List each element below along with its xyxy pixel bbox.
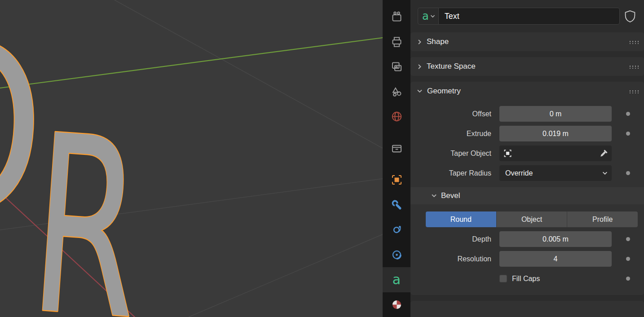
font-data-icon: a — [393, 273, 401, 286]
keyframe-dot[interactable] — [626, 171, 630, 175]
tab-object-properties[interactable] — [383, 167, 410, 193]
chevron-down-icon — [431, 193, 437, 198]
resolution-field[interactable]: 4 — [499, 251, 612, 267]
datablock-type-button[interactable]: a — [418, 8, 438, 25]
material-sphere-icon — [391, 299, 403, 311]
taper-object-row: Taper Object — [410, 145, 644, 161]
tab-constraint-properties[interactable] — [383, 242, 410, 268]
depth-field[interactable]: 0.005 m — [499, 231, 612, 247]
constraints-icon — [391, 249, 403, 261]
taper-radius-value: Override — [503, 169, 602, 177]
tab-material-properties[interactable] — [383, 292, 410, 317]
keyframe-dot[interactable] — [626, 112, 630, 116]
datablock-name-input[interactable] — [438, 8, 620, 25]
chevron-down-icon — [417, 88, 423, 94]
tab-object-data-properties[interactable]: a — [383, 267, 410, 292]
tab-collection-properties[interactable] — [383, 136, 410, 161]
blender-window: O R — [0, 0, 644, 317]
world-globe-icon — [391, 110, 403, 123]
taper-radius-dropdown[interactable]: Override — [499, 165, 612, 181]
tab-scene-properties[interactable] — [383, 79, 410, 105]
fill-caps-label: Fill Caps — [512, 275, 540, 283]
offset-value: 0 m — [550, 110, 562, 118]
properties-tab-bar: a — [383, 0, 410, 317]
collection-box-icon — [391, 142, 403, 154]
offset-label: Offset — [410, 110, 499, 118]
panel-bevel-title: Bevel — [441, 191, 644, 200]
font-data-icon: a — [422, 11, 429, 22]
panel-shape-header[interactable]: Shape — [410, 32, 644, 51]
panel-next-stub[interactable] — [410, 301, 644, 317]
fill-caps-row: Fill Caps — [410, 271, 644, 286]
bevel-mode-segmented: Round Object Profile — [426, 211, 638, 227]
text-letter-right[interactable]: R — [24, 82, 149, 317]
panel-drag-grip[interactable] — [628, 65, 639, 69]
tab-output-properties[interactable] — [383, 30, 410, 55]
fill-caps-control: Fill Caps — [499, 275, 612, 283]
depth-value: 0.005 m — [543, 235, 569, 243]
taper-radius-row: Taper Radius Override — [410, 165, 644, 181]
panel-geometry-title: Geometry — [427, 87, 628, 96]
extrude-row: Extrude 0.019 m — [410, 126, 644, 141]
chevron-down-icon — [430, 14, 435, 18]
taper-object-label: Taper Object — [410, 150, 499, 158]
panel-bevel-header[interactable]: Bevel — [410, 187, 644, 204]
3d-viewport[interactable]: O R — [0, 0, 383, 317]
taper-object-field[interactable] — [499, 145, 612, 161]
object-icon — [503, 149, 512, 158]
panel-drag-grip[interactable] — [628, 89, 639, 93]
wrench-icon — [391, 199, 403, 211]
resolution-row: Resolution 4 — [410, 251, 644, 267]
tab-view-layer-properties[interactable] — [383, 54, 410, 79]
chevron-right-icon — [417, 39, 422, 45]
tab-render-properties[interactable] — [383, 4, 410, 30]
offset-row: Offset 0 m — [410, 106, 644, 122]
depth-row: Depth 0.005 m — [410, 231, 644, 247]
extrude-label: Extrude — [410, 130, 499, 138]
images-icon — [391, 61, 403, 73]
shield-icon — [625, 10, 635, 22]
extrude-field[interactable]: 0.019 m — [499, 126, 612, 141]
panel-texture-space: Texture Space — [410, 57, 644, 76]
offset-field[interactable]: 0 m — [499, 106, 612, 122]
scene-icon — [391, 86, 403, 98]
object-icon — [391, 174, 403, 186]
resolution-label: Resolution — [410, 255, 499, 263]
keyframe-dot[interactable] — [626, 132, 630, 136]
panel-shape: Shape — [410, 32, 644, 51]
eyedropper-icon[interactable] — [600, 150, 608, 158]
tab-physics-properties[interactable] — [383, 217, 410, 242]
geometry-panel-body: Offset 0 m Extrude 0.019 m Taper O — [410, 101, 644, 295]
chevron-down-icon — [602, 171, 608, 175]
taper-radius-label: Taper Radius — [410, 169, 499, 177]
keyframe-dot[interactable] — [626, 237, 630, 241]
properties-editor: a Shape — [410, 0, 644, 317]
panel-geometry-header[interactable]: Geometry — [410, 82, 644, 101]
panel-geometry: Geometry Offset 0 m Extrude 0.019 m — [410, 82, 644, 295]
bevel-mode-round[interactable]: Round — [426, 211, 497, 227]
resolution-value: 4 — [554, 255, 558, 263]
panel-texture-space-header[interactable]: Texture Space — [410, 57, 644, 76]
panel-shape-title: Shape — [427, 37, 628, 46]
physics-icon — [391, 224, 403, 236]
extrude-value: 0.019 m — [543, 130, 569, 138]
tab-modifier-properties[interactable] — [383, 193, 410, 218]
keyframe-dot[interactable] — [626, 257, 630, 261]
viewport-canvas[interactable]: O R — [0, 0, 383, 317]
chevron-right-icon — [417, 64, 422, 70]
bevel-mode-object[interactable]: Object — [497, 211, 568, 227]
fill-caps-checkbox[interactable] — [499, 275, 507, 282]
printer-icon — [391, 36, 403, 48]
datablock-selector-row: a — [410, 0, 644, 32]
panel-drag-grip[interactable] — [628, 40, 639, 44]
bevel-mode-profile[interactable]: Profile — [567, 211, 638, 227]
tab-world-properties[interactable] — [383, 104, 410, 129]
panel-texture-space-title: Texture Space — [427, 62, 628, 71]
fake-user-toggle[interactable] — [621, 7, 640, 25]
render-icon — [391, 11, 403, 23]
keyframe-dot[interactable] — [626, 277, 630, 281]
depth-label: Depth — [410, 235, 499, 243]
